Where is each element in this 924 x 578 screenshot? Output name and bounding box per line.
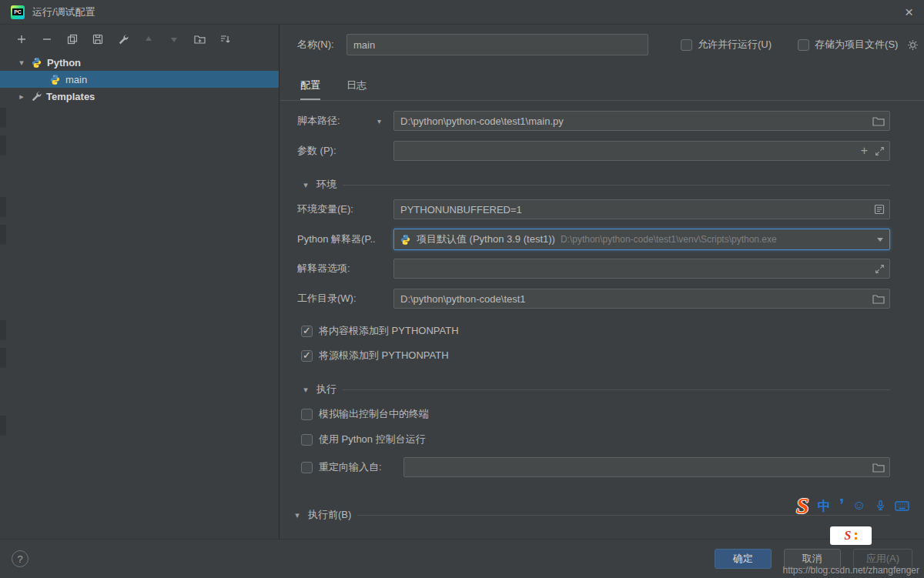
config-tabs: 配置 日志 [300,79,924,100]
interpreter-options-input[interactable] [393,259,890,279]
checkbox-box[interactable] [301,326,313,337]
redirect-input-row: 重定向输入自: [301,457,924,477]
script-path-input[interactable] [393,111,890,131]
add-macro-icon[interactable]: + [861,145,868,157]
edit-templates-button[interactable] [117,33,129,45]
folder-icon[interactable] [872,116,885,126]
section-divider [343,185,890,185]
env-vars-input[interactable] [393,199,890,219]
redirect-input-checkbox[interactable] [301,462,313,473]
sort-configurations-button[interactable] [219,33,231,45]
working-dir-row: 工作目录(W): [297,289,924,309]
interpreter-label: Python 解释器(P.. [297,232,376,246]
working-dir-label: 工作目录(W): [297,292,357,306]
browse-variables-icon[interactable] [874,204,885,215]
sogou-status-box[interactable]: S [830,526,872,545]
chevron-down-icon[interactable]: ▾ [301,385,310,395]
edge-notch [0,135,6,155]
parameters-row: 参数 (P): + [297,141,924,161]
chinese-mode-icon[interactable]: 中 [818,497,831,515]
interpreter-options-row: 解释器选项: [297,259,924,279]
section-environment-label: 环境 [316,178,336,192]
save-configuration-button[interactable] [92,33,104,45]
checkbox-box[interactable] [301,350,313,362]
python-icon [31,57,42,68]
checkbox-box[interactable] [301,409,313,420]
ime-toolbar: S 中 ’ ☺ [796,493,909,519]
sogou-logo-icon[interactable]: S [796,493,809,519]
redirect-input-file-input[interactable] [403,457,890,477]
interpreter-path: D:\python\python-code\test1\venv\Scripts… [561,234,777,245]
emoji-icon[interactable]: ☺ [852,498,865,513]
allow-parallel-label: 允许并行运行(U) [698,38,772,52]
configuration-form-panel: 名称(N): 允许并行运行(U) 存储为项目文件(S) 配置 日志 脚本路径: [280,25,924,539]
help-icon[interactable]: ? [12,550,28,567]
folder-icon[interactable] [872,294,885,304]
tab-configuration[interactable]: 配置 [300,79,320,100]
python-console-checkbox[interactable]: 使用 Python 控制台运行 [301,433,924,446]
emulate-terminal-label: 模拟输出控制台中的终端 [319,407,429,421]
move-up-button[interactable] [142,33,155,45]
name-row: 名称(N): 允许并行运行(U) 存储为项目文件(S) [297,34,924,55]
checkbox-box[interactable] [301,434,313,446]
working-dir-input[interactable] [393,289,890,309]
configuration-form: 脚本路径: ▾ 参数 (P): + [280,111,924,522]
store-project-file-label: 存储为项目文件(S) [815,38,898,52]
chevron-down-icon[interactable]: ▾ [377,117,381,125]
env-vars-label: 环境变量(E): [297,202,353,216]
tree-item-main[interactable]: main [0,71,279,88]
store-project-file-checkbox[interactable]: 存储为项目文件(S) [798,38,898,52]
tree-item-label: Templates [46,91,95,102]
keyboard-icon[interactable] [895,501,909,511]
tree-toolbar [0,25,279,54]
name-label: 名称(N): [297,38,346,52]
section-environment[interactable]: ▾ 环境 [301,178,924,192]
edge-notch [0,197,6,217]
tab-logs[interactable]: 日志 [346,79,367,100]
configurations-tree: ▾ Python main ▸ Templates [0,54,279,105]
tabs-divider [280,100,924,101]
tree-item-python[interactable]: ▾ Python [0,54,279,71]
chevron-down-icon[interactable]: ▾ [17,58,26,68]
chevron-down-icon[interactable] [871,229,889,249]
add-source-roots-checkbox[interactable]: 将源根添加到 PYTHONPATH [301,349,924,363]
chevron-right-icon[interactable]: ▸ [17,92,26,102]
microphone-icon[interactable] [875,499,886,512]
expand-icon[interactable] [875,146,885,156]
chevron-down-icon[interactable]: ▾ [293,510,302,520]
parameters-input[interactable] [393,141,890,161]
edge-notch [0,108,6,128]
config-tree-panel: ▾ Python main ▸ Templates [0,25,280,539]
tree-item-templates[interactable]: ▸ Templates [0,88,279,105]
move-down-button[interactable] [168,33,180,45]
ok-button[interactable]: 确定 [715,549,772,569]
copy-configuration-button[interactable] [66,33,79,45]
emulate-terminal-checkbox[interactable]: 模拟输出控制台中的终端 [301,407,924,421]
add-configuration-button[interactable] [15,33,28,45]
python-icon [400,234,411,246]
checkbox-box[interactable] [681,39,692,51]
wrench-icon [31,91,42,102]
create-folder-button[interactable] [193,33,206,45]
gear-icon[interactable] [907,39,919,51]
interpreter-combobox[interactable]: 项目默认值 (Python 3.9 (test1)) D:\python\pyt… [393,229,890,250]
add-content-roots-checkbox[interactable]: 将内容根添加到 PYTHONPATH [301,324,924,338]
script-path-label[interactable]: 脚本路径: ▾ [297,114,393,128]
punctuation-icon[interactable]: ’ [839,500,845,511]
expand-icon[interactable] [875,264,885,274]
folder-icon[interactable] [872,463,885,473]
remove-configuration-button[interactable] [41,33,53,45]
add-source-roots-label: 将源根添加到 PYTHONPATH [319,349,449,363]
edge-notch [0,225,6,245]
redirect-input-label: 重定向输入自: [319,460,382,474]
script-path-row: 脚本路径: ▾ [297,111,924,131]
env-vars-row: 环境变量(E): [297,199,924,219]
sogou-small-icon: S [845,529,852,543]
close-icon[interactable]: × [905,5,913,19]
section-execution[interactable]: ▾ 执行 [301,383,924,396]
allow-parallel-checkbox[interactable]: 允许并行运行(U) [681,38,772,52]
name-input[interactable] [346,34,648,55]
chevron-down-icon[interactable]: ▾ [301,180,310,190]
section-before-launch-label: 执行前(B) [308,508,351,522]
checkbox-box[interactable] [798,39,809,51]
